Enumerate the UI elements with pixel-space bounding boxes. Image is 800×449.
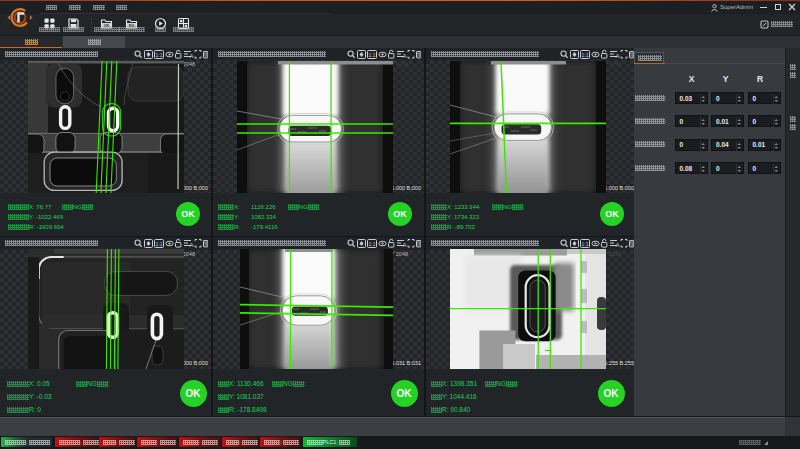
svg-text:A: A (403, 242, 407, 248)
svg-text:1:1: 1:1 (156, 52, 163, 58)
svg-text:A: A (616, 242, 620, 248)
svg-text:1:1: 1:1 (582, 241, 589, 247)
svg-text:1:1: 1:1 (369, 241, 376, 247)
svg-text:A: A (190, 242, 194, 248)
svg-text:A: A (616, 53, 620, 59)
svg-text:1:1: 1:1 (156, 241, 163, 247)
svg-text:1:1: 1:1 (369, 52, 376, 58)
svg-text:A: A (403, 53, 407, 59)
svg-text:A: A (190, 53, 194, 59)
svg-text:1:1: 1:1 (582, 52, 589, 58)
